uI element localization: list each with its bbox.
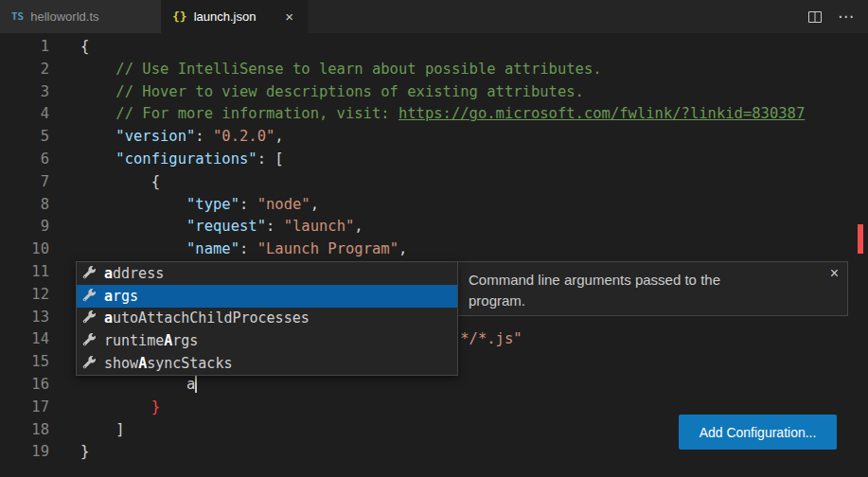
code-line: 16 a xyxy=(0,374,868,397)
code-line: 6 "configurations": [ xyxy=(0,149,868,171)
line-number: 7 xyxy=(0,171,49,194)
code-text: } xyxy=(49,441,89,464)
add-configuration-button[interactable]: Add Configuration... xyxy=(679,415,837,450)
editor-actions: ⋯ xyxy=(807,0,868,33)
suggest-item-runtimeArgs[interactable]: runtimeArgs xyxy=(77,329,457,352)
line-number: 2 xyxy=(0,59,49,81)
code-text: ] xyxy=(49,419,125,442)
tab-bar: TS helloworld.ts {} launch.json × ⋯ xyxy=(0,0,868,33)
code-text: // Hover to view descriptions of existin… xyxy=(49,81,584,104)
suggest-item-label: autoAttachChildProcesses xyxy=(104,309,310,327)
doc-text: Command line arguments passed to the pro… xyxy=(469,270,770,311)
line-number: 16 xyxy=(0,374,49,397)
json-file-icon: {} xyxy=(172,9,187,24)
suggest-item-showAsyncStacks[interactable]: showAsyncStacks xyxy=(77,352,457,375)
suggest-item-label: args xyxy=(104,288,138,305)
code-line: 1{ xyxy=(0,36,868,59)
code-text: "type": "node", xyxy=(49,194,319,217)
wrench-icon xyxy=(82,289,97,304)
code-line: 9 "request": "launch", xyxy=(0,216,868,238)
code-text: "name": "Launch Program", xyxy=(49,238,407,261)
code-text: { xyxy=(49,171,160,194)
code-text: "request": "launch", xyxy=(49,216,363,238)
code-editor[interactable]: 1{2 // Use IntelliSense to learn about p… xyxy=(0,33,868,464)
text-cursor xyxy=(195,375,197,393)
line-number: 11 xyxy=(0,261,49,284)
line-number: 14 xyxy=(0,328,49,351)
line-number: 5 xyxy=(0,126,49,149)
line-number: 9 xyxy=(0,216,49,238)
wrench-icon xyxy=(82,356,97,371)
tab-launch-json[interactable]: {} launch.json × xyxy=(161,0,308,33)
typescript-file-icon: TS xyxy=(11,10,24,23)
suggest-doc-popup: Command line arguments passed to the pro… xyxy=(456,261,848,316)
code-line: 4 // For more information, visit: https:… xyxy=(0,103,868,126)
wrench-icon xyxy=(82,333,97,348)
code-text: } xyxy=(49,397,160,419)
code-text: // Use IntelliSense to learn about possi… xyxy=(49,59,602,81)
line-number: 4 xyxy=(0,103,49,126)
line-number: 3 xyxy=(0,81,49,104)
suggest-item-label: runtimeArgs xyxy=(104,332,198,349)
tab-label: helloworld.ts xyxy=(30,9,98,24)
suggest-item-autoAttachChildProcesses[interactable]: autoAttachChildProcesses xyxy=(77,308,457,330)
more-actions-icon[interactable]: ⋯ xyxy=(838,7,855,26)
close-icon[interactable]: × xyxy=(830,266,839,281)
code-line: 3 // Hover to view descriptions of exist… xyxy=(0,81,868,104)
line-number: 15 xyxy=(0,351,49,374)
code-line: 7 { xyxy=(0,171,868,194)
close-icon[interactable]: × xyxy=(282,9,296,25)
tab-helloworld-ts[interactable]: TS helloworld.ts xyxy=(0,0,161,33)
wrench-icon xyxy=(82,310,97,326)
line-number: 8 xyxy=(0,194,49,217)
line-number: 10 xyxy=(0,238,49,261)
code-line: 5 "version": "0.2.0", xyxy=(0,126,868,149)
suggest-item-label: address xyxy=(104,265,164,282)
overview-ruler-error-mark xyxy=(858,224,863,254)
code-line: 8 "type": "node", xyxy=(0,194,868,217)
vscode-editor-window: TS helloworld.ts {} launch.json × ⋯ 1{2 … xyxy=(0,0,868,477)
line-number: 17 xyxy=(0,397,49,419)
suggest-widget: addressargsautoAttachChildProcessesrunti… xyxy=(76,261,458,376)
line-number: 13 xyxy=(0,307,49,329)
suggest-item-address[interactable]: address xyxy=(77,262,457,285)
code-text: // For more information, visit: https://… xyxy=(49,103,805,126)
code-text: "configurations": [ xyxy=(49,149,284,171)
code-text: a xyxy=(49,374,197,397)
code-text: "version": "0.2.0", xyxy=(49,126,284,149)
line-number: 1 xyxy=(0,36,49,59)
line-number: 18 xyxy=(0,419,49,442)
line-number: 19 xyxy=(0,441,49,464)
suggest-item-label: showAsyncStacks xyxy=(104,355,232,372)
line-number: 12 xyxy=(0,284,49,307)
line-number: 6 xyxy=(0,149,49,171)
code-line: 10 "name": "Launch Program", xyxy=(0,238,868,261)
code-line: 2 // Use IntelliSense to learn about pos… xyxy=(0,59,868,81)
split-editor-icon[interactable] xyxy=(807,9,823,25)
suggest-item-args[interactable]: args xyxy=(77,285,457,308)
wrench-icon xyxy=(82,266,97,281)
code-text: { xyxy=(49,36,89,59)
tab-label: launch.json xyxy=(194,9,257,24)
